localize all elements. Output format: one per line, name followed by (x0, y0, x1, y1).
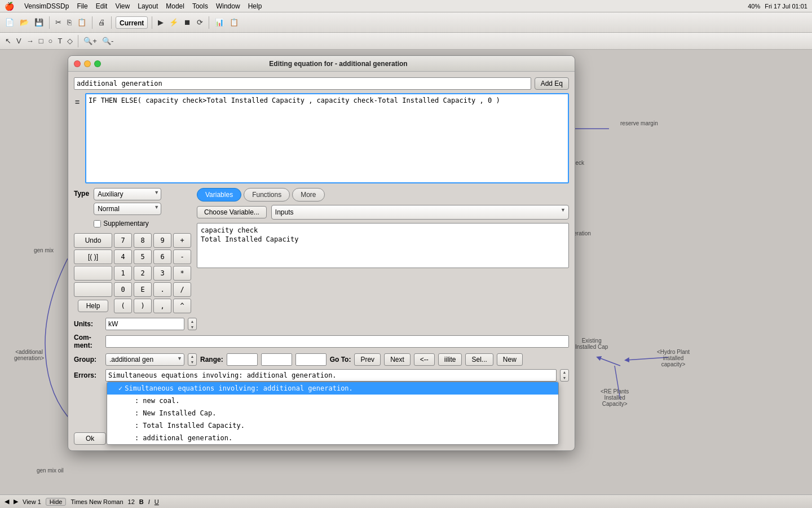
underline-btn[interactable]: U (155, 498, 159, 505)
numpad-caret[interactable]: ^ (173, 299, 191, 313)
subtype-select[interactable]: Normal (94, 203, 161, 215)
ok-button[interactable]: Ok (74, 432, 106, 445)
inputs-select[interactable]: Inputs (271, 205, 569, 220)
menu-layout[interactable]: Layout (138, 2, 158, 10)
errors-stepper-down[interactable]: ▼ (561, 375, 568, 381)
run-btn[interactable]: ▶ (156, 17, 165, 28)
tab-variables[interactable]: Variables (197, 188, 241, 202)
shadow-btn[interactable]: ◇ (65, 36, 74, 46)
supplementary-checkbox[interactable] (94, 220, 101, 227)
arrow-btn[interactable]: → (25, 36, 36, 46)
add-eq-button[interactable]: Add Eq (535, 77, 569, 90)
help-button[interactable]: Help (78, 300, 109, 312)
tab-more[interactable]: More (292, 188, 324, 202)
table-btn[interactable]: 📋 (228, 17, 240, 28)
numpad-9[interactable]: 9 (153, 233, 171, 248)
maximize-button[interactable] (94, 60, 101, 67)
sim-btn[interactable]: ⚡ (167, 17, 180, 28)
new-btn[interactable]: 📄 (3, 17, 16, 28)
open-btn[interactable]: 📂 (18, 17, 30, 28)
numpad-2[interactable]: 2 (134, 266, 152, 281)
numpad-multiply[interactable]: * (173, 266, 191, 281)
zoom-in-btn[interactable]: 🔍+ (82, 36, 99, 46)
units-stepper[interactable]: ▲ ▼ (188, 318, 197, 330)
save-btn[interactable]: 💾 (33, 17, 45, 28)
numpad-lparen[interactable]: ( (114, 299, 132, 313)
numpad-6[interactable]: 6 (153, 249, 171, 264)
menu-window[interactable]: Window (216, 2, 240, 10)
hide-button[interactable]: Hide (46, 498, 67, 506)
errors-stepper[interactable]: ▲ ▼ (560, 369, 569, 382)
text-btn[interactable]: T (56, 36, 64, 46)
units-stepper-up[interactable]: ▲ (188, 318, 196, 324)
stop-btn[interactable]: ⏹ (182, 17, 193, 28)
apple-icon[interactable]: 🍎 (5, 2, 14, 11)
numpad-rparen[interactable]: ) (134, 299, 152, 313)
italic-btn[interactable]: I (148, 498, 150, 505)
var-name-input[interactable] (74, 77, 531, 90)
replay-btn[interactable]: ⟳ (195, 17, 205, 28)
var-btn[interactable]: V (15, 36, 23, 46)
errors-dropdown[interactable]: ✓Simultaneous equations involving: addit… (107, 382, 559, 445)
dropdown-item-2[interactable]: : New Installed Cap. (107, 407, 558, 419)
back-button[interactable]: <-- (414, 353, 435, 366)
sel-button[interactable]: Sel... (465, 353, 493, 366)
group-stepper[interactable]: ▲ ▼ (188, 353, 197, 366)
numpad-1[interactable]: 1 (114, 266, 132, 281)
dropdown-item-3[interactable]: : Total Installed Capacity. (107, 419, 558, 432)
units-stepper-down[interactable]: ▼ (188, 324, 196, 330)
numpad-3[interactable]: 3 (153, 266, 171, 281)
numpad-minus[interactable]: - (173, 249, 191, 264)
prev-button[interactable]: Prev (354, 353, 381, 366)
pointer-btn[interactable]: ↖ (3, 36, 13, 46)
next-view-btn[interactable]: ▶ (14, 498, 18, 505)
range-input-1[interactable] (227, 353, 258, 366)
paste-btn[interactable]: 📋 (76, 17, 88, 28)
new-button[interactable]: New (497, 353, 523, 366)
var-item-total-installed[interactable]: Total Installed Capacity (200, 235, 566, 244)
dropdown-item-0[interactable]: ✓Simultaneous equations involving: addit… (107, 382, 558, 395)
cut-btn[interactable]: ✂ (54, 17, 63, 28)
menu-help[interactable]: Help (248, 2, 262, 10)
menu-edit[interactable]: Edit (96, 2, 108, 10)
numpad-4[interactable]: 4 (114, 249, 132, 264)
range-input-2[interactable] (261, 353, 292, 366)
print-btn[interactable]: 🖨 (96, 17, 107, 28)
menu-file[interactable]: File (77, 2, 87, 10)
copy-btn[interactable]: ⎘ (65, 17, 73, 28)
range-input-3[interactable] (295, 353, 326, 366)
units-input[interactable] (105, 318, 184, 330)
errors-stepper-up[interactable]: ▲ (561, 370, 568, 375)
dropdown-item-4[interactable]: : additional generation. (107, 432, 558, 444)
prev-view-btn[interactable]: ◀ (5, 498, 9, 505)
menu-view[interactable]: View (115, 2, 130, 10)
numpad-e[interactable]: E (134, 282, 152, 297)
menu-tools[interactable]: Tools (192, 2, 208, 10)
choose-variable-button[interactable]: Choose Variable... (197, 206, 267, 218)
comment-input[interactable] (105, 335, 569, 348)
numpad-5[interactable]: 5 (134, 249, 152, 264)
numpad-comma[interactable]: , (153, 299, 171, 313)
zoom-out-btn[interactable]: 🔍- (100, 36, 115, 46)
numpad-0[interactable]: 0 (114, 282, 132, 297)
numpad-dot[interactable]: . (153, 282, 171, 297)
iilite-button[interactable]: iilite (438, 353, 462, 366)
tab-functions[interactable]: Functions (244, 188, 290, 202)
box-btn[interactable]: □ (37, 36, 45, 46)
close-button[interactable] (74, 60, 81, 67)
equation-editor[interactable]: IF THEN ELSE( capacity check>Total Insta… (85, 93, 569, 183)
group-stepper-down[interactable]: ▼ (188, 360, 196, 365)
circle-btn[interactable]: ○ (47, 36, 55, 46)
menu-model[interactable]: Model (166, 2, 184, 10)
minimize-button[interactable] (84, 60, 91, 67)
brackets-button[interactable]: [( )] (74, 249, 112, 264)
menu-app-name[interactable]: VensimDSSDp (24, 2, 69, 10)
next-button[interactable]: Next (384, 353, 411, 366)
numpad-7[interactable]: 7 (114, 233, 132, 248)
numpad-8[interactable]: 8 (134, 233, 152, 248)
type-select[interactable]: Auxiliary (94, 188, 161, 200)
numpad-plus[interactable]: + (173, 233, 191, 248)
dropdown-item-1[interactable]: : new coal. (107, 395, 558, 407)
var-item-capacity-check[interactable]: capacity check (200, 226, 566, 235)
group-stepper-up[interactable]: ▲ (188, 354, 196, 360)
